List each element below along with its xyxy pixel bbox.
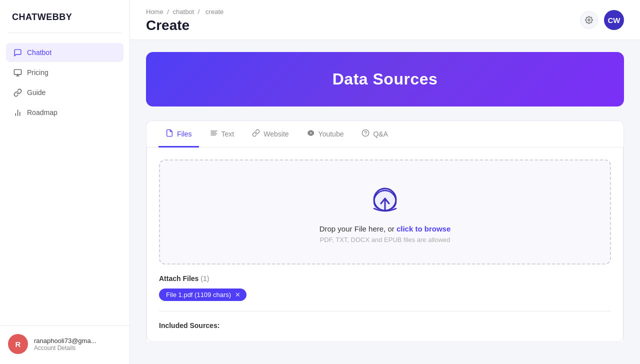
attach-count: (1) (200, 274, 209, 282)
files-tab-content: Drop your File here, or click to browse … (146, 148, 624, 342)
file-chip-remove[interactable]: ✕ (235, 292, 240, 298)
tab-qna[interactable]: Q&A (354, 121, 395, 148)
drop-sub-text: PDF, TXT, DOCX and EPUB files are allowe… (320, 236, 450, 244)
account-details-label: Account Details (34, 344, 96, 352)
breadcrumb-home[interactable]: Home (146, 8, 164, 16)
tab-text[interactable]: Text (203, 121, 242, 148)
data-sources-banner: Data Sources (146, 52, 624, 106)
browse-link[interactable]: click to browse (396, 224, 450, 233)
breadcrumb: Home / chatbot / create (146, 8, 226, 16)
user-email: ranaphooli73@gma... (34, 337, 96, 344)
upload-icon (369, 184, 401, 216)
user-avatar: R (8, 334, 28, 354)
tab-qna-label: Q&A (373, 130, 388, 138)
file-chip-name: File 1.pdf (1109 chars) (166, 291, 231, 298)
qna-tab-icon (362, 129, 370, 139)
attach-files-label: Attach Files (1) (159, 274, 611, 282)
tab-files[interactable]: Files (158, 121, 199, 148)
tab-website-label: Website (264, 130, 288, 138)
sidebar-nav: Chatbot Pricing Guide (0, 39, 130, 326)
tab-text-label: Text (222, 130, 234, 138)
sidebar-pricing-label: Pricing (27, 68, 48, 76)
included-sources-label: Included Sources: (159, 322, 611, 330)
sidebar-item-guide[interactable]: Guide (6, 83, 124, 102)
tab-youtube[interactable]: Youtube (300, 121, 351, 148)
sidebar-chatbot-label: Chatbot (27, 48, 52, 56)
guide-icon (13, 88, 22, 97)
files-tab-icon (166, 129, 174, 139)
sidebar-divider (8, 32, 122, 33)
text-tab-icon (210, 129, 218, 139)
chatbot-icon (13, 48, 22, 57)
settings-button[interactable] (580, 11, 598, 29)
roadmap-icon (13, 108, 22, 117)
tab-website[interactable]: Website (245, 121, 296, 148)
tabs-bar: Files Text (146, 121, 624, 148)
file-drop-zone[interactable]: Drop your File here, or click to browse … (159, 160, 611, 264)
file-chips: File 1.pdf (1109 chars) ✕ (159, 288, 611, 301)
sidebar-guide-label: Guide (27, 88, 46, 96)
svg-point-6 (588, 19, 590, 21)
sidebar-roadmap-label: Roadmap (27, 108, 58, 116)
breadcrumb-create: create (206, 8, 224, 16)
page-title: Create (146, 18, 226, 34)
youtube-tab-icon (307, 129, 315, 139)
website-tab-icon (252, 129, 260, 139)
header-avatar[interactable]: CW (604, 10, 624, 30)
main-content: Home / chatbot / create Create CW Data S… (130, 0, 640, 364)
user-account[interactable]: R ranaphooli73@gma... Account Details (0, 326, 130, 364)
content-area: Data Sources Files (130, 40, 640, 364)
sidebar-item-roadmap[interactable]: Roadmap (6, 103, 124, 122)
tab-files-label: Files (177, 130, 192, 138)
tab-youtube-label: Youtube (318, 130, 344, 138)
file-chip: File 1.pdf (1109 chars) ✕ (159, 288, 246, 301)
banner-title: Data Sources (158, 70, 612, 88)
top-header: Home / chatbot / create Create CW (130, 0, 640, 40)
drop-main-text: Drop your File here, or click to browse (320, 224, 451, 233)
breadcrumb-chatbot[interactable]: chatbot (173, 8, 194, 16)
svg-rect-0 (14, 70, 21, 74)
sidebar: CHATWEBBY Chatbot Pricing (0, 0, 130, 364)
sidebar-item-pricing[interactable]: Pricing (6, 63, 124, 82)
pricing-icon (13, 68, 22, 77)
tabs-container: Files Text (146, 120, 624, 342)
app-logo: CHATWEBBY (0, 0, 130, 32)
included-sources-section: Included Sources: (159, 311, 611, 330)
sidebar-item-chatbot[interactable]: Chatbot (6, 43, 124, 62)
